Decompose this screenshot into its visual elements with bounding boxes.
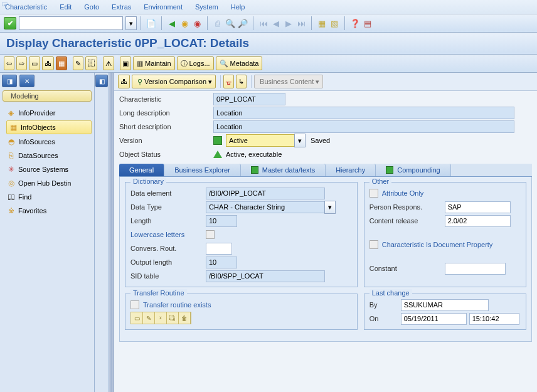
cancel-icon[interactable]: ◉: [191, 17, 203, 29]
nav-back-button[interactable]: ⇦: [4, 56, 14, 70]
object-status-value: Active, executable: [226, 151, 282, 158]
tab-masterdata[interactable]: Master data/texts: [241, 164, 326, 176]
sidebar-item-infoprovider[interactable]: ◈InfoProvider: [6, 107, 92, 119]
circle-icon: ◓: [6, 137, 16, 146]
constant-value: [445, 263, 506, 275]
grid-icon: ▦: [9, 123, 18, 132]
content-area: 🖧 ⚲Version Comparison▾ ᚗ ↳ Business Cont…: [114, 73, 537, 392]
status-triangle-icon: [213, 151, 222, 158]
attribute-only-checkbox: [370, 189, 378, 198]
other-legend: Other: [370, 177, 392, 185]
on-label: On: [370, 315, 401, 322]
back-icon[interactable]: ◀: [166, 17, 178, 29]
nav-fwd-button[interactable]: ⇨: [16, 56, 27, 70]
data-type-value[interactable]: CHAR - Character String: [206, 201, 325, 213]
enter-icon[interactable]: ✔: [4, 17, 16, 29]
tool-btn-1[interactable]: ▭: [29, 56, 40, 70]
sidebar-item-sourcesystems[interactable]: ✳Source Systems: [6, 163, 92, 176]
menu-characteristic[interactable]: Characteristic: [5, 3, 47, 11]
docprop-checkbox: [370, 240, 378, 249]
help-icon[interactable]: ❓: [349, 17, 361, 29]
version-comparison-button[interactable]: ⚲Version Comparison▾: [132, 75, 216, 88]
command-dropdown[interactable]: ▾: [125, 16, 137, 30]
logs-button[interactable]: ⓘLogs...: [177, 56, 214, 70]
sidebar-heading: Modeling: [3, 90, 92, 102]
convers-value: [206, 243, 232, 255]
routine-copy-icon[interactable]: ⿻: [167, 312, 179, 324]
sidebar-item-openhub[interactable]: ◎Open Hub Destin: [6, 177, 92, 189]
obj-btn-transport[interactable]: ᚗ: [223, 75, 234, 88]
routine-edit-icon[interactable]: ✎: [143, 312, 155, 324]
exit-icon[interactable]: ◉: [178, 17, 191, 29]
edit-button[interactable]: ✎: [73, 56, 83, 70]
docprop-label: Characteristic Is Document Property: [382, 241, 493, 248]
tab-compounding[interactable]: Compounding: [376, 164, 451, 176]
obj-btn-whereused[interactable]: ↳: [236, 75, 247, 88]
output-len-label: Output length: [130, 258, 206, 266]
tab-bex[interactable]: Business Explorer: [164, 164, 241, 176]
sidebar-item-label: Open Hub Destin: [18, 179, 71, 187]
tab-general[interactable]: General: [119, 164, 164, 176]
tool-btn-2[interactable]: 🖧: [42, 56, 54, 70]
version-dd-icon[interactable]: ▾: [294, 134, 306, 147]
obj-btn-hierarchy[interactable]: 🖧: [118, 75, 130, 88]
tool-btn-3[interactable]: ▦: [56, 56, 67, 70]
by-value: SSUKUMAR: [401, 299, 489, 311]
tab-hierarchy[interactable]: Hierarchy: [326, 164, 376, 176]
sidebar-item-label: DataSources: [18, 152, 58, 159]
next-page-icon[interactable]: ▶: [282, 17, 295, 29]
tab-row: General Business Explorer Master data/te…: [119, 164, 532, 177]
search-icon: 🕮: [6, 193, 16, 201]
sidebar-item-datasources[interactable]: ⎘DataSources: [6, 149, 92, 162]
routine-display-icon[interactable]: ᵡ: [155, 312, 167, 324]
group-dictionary: Dictionary Data element/BI0/OIPP_LOCAT D…: [125, 182, 358, 287]
tabstrip: General Business Explorer Master data/te…: [119, 164, 532, 342]
sidebar-close-icon[interactable]: ✕: [19, 75, 35, 87]
menu-edit[interactable]: Edit: [60, 3, 72, 11]
menu-help[interactable]: Help: [231, 3, 245, 11]
menu-system[interactable]: System: [195, 3, 218, 11]
sidebar-item-infosources[interactable]: ◓InfoSources: [6, 135, 92, 148]
print-icon[interactable]: ⎙: [211, 17, 224, 29]
short-desc-value: Location: [213, 120, 514, 133]
tool-btn-5[interactable]: ⿲: [85, 56, 97, 70]
find-icon[interactable]: 🔍: [224, 17, 237, 29]
sidebar-item-favorites[interactable]: ※Favorites: [6, 204, 92, 217]
datatype-dd-icon[interactable]: ▾: [324, 201, 336, 214]
version-dropdown[interactable]: Active: [226, 134, 295, 147]
hierarchy-button[interactable]: ᗑ: [103, 56, 114, 70]
check-button[interactable]: ▣: [120, 56, 131, 70]
output-len-value: 10: [206, 257, 237, 268]
command-field[interactable]: [19, 16, 123, 30]
menu-extras[interactable]: Extras: [112, 3, 131, 11]
first-page-icon[interactable]: ⏮: [257, 17, 270, 29]
metadata-button[interactable]: 🔍Metadata: [216, 56, 263, 70]
sidebar-item-label: Find: [18, 193, 31, 201]
splitter-toggle-icon[interactable]: ◧: [95, 75, 108, 87]
shortcut-icon[interactable]: ▧: [328, 17, 341, 29]
ring-icon: ◎: [6, 179, 16, 188]
prev-page-icon[interactable]: ◀: [270, 17, 282, 29]
new-session-icon[interactable]: ▦: [316, 17, 328, 29]
green-indicator-icon: [251, 166, 258, 174]
layout-icon[interactable]: ▤: [361, 17, 374, 29]
last-page-icon[interactable]: ⏭: [295, 17, 307, 29]
sidebar-item-find[interactable]: 🕮Find: [6, 191, 92, 203]
save-icon[interactable]: 📄: [145, 17, 157, 29]
datasource-icon: ⎘: [6, 151, 16, 160]
routine-delete-icon[interactable]: 🗑: [179, 312, 191, 324]
characteristic-label: Characteristic: [119, 95, 213, 103]
menu-environment[interactable]: Environment: [144, 3, 183, 11]
sidebar-item-infoobjects[interactable]: ▦InfoObjects: [6, 120, 92, 134]
business-content-button[interactable]: Business Content▾: [254, 75, 323, 88]
routine-create-icon[interactable]: ▭: [131, 312, 143, 324]
menu-goto[interactable]: Goto: [84, 3, 99, 11]
find-next-icon[interactable]: 🔎: [237, 17, 249, 29]
maintain-button[interactable]: ▥Maintain: [133, 56, 175, 70]
sidebar-collapse-icon[interactable]: ◨: [2, 75, 17, 87]
on-date-value: 05/19/2011: [401, 313, 467, 325]
tab-body-general: Dictionary Data element/BI0/OIPP_LOCAT D…: [119, 177, 532, 342]
person-label: Person Respons.: [370, 203, 445, 211]
logs-label: Logs...: [189, 60, 210, 67]
splitter[interactable]: [109, 73, 114, 392]
